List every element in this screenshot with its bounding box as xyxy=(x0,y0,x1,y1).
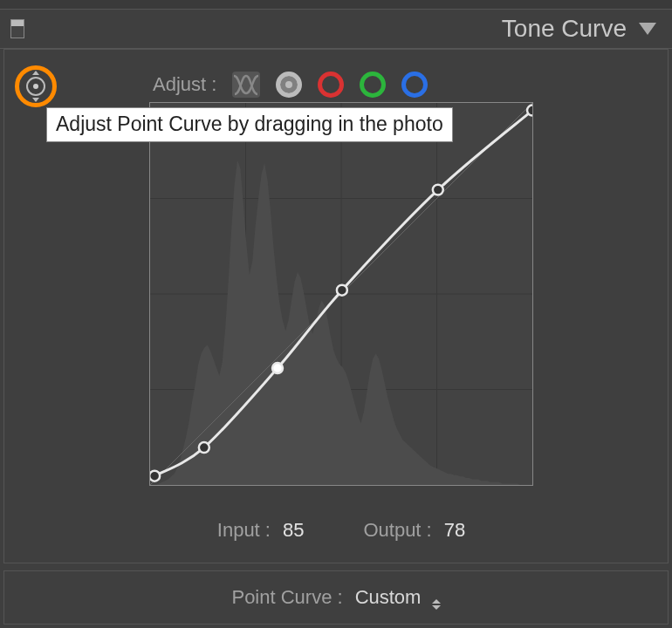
adjust-label: Adjust : xyxy=(153,73,216,96)
curve-point[interactable] xyxy=(527,106,532,116)
parametric-curve-icon[interactable] xyxy=(232,72,260,98)
channel-rgb-button[interactable] xyxy=(276,72,302,98)
tone-curve-editor[interactable] xyxy=(149,102,533,486)
targeted-adjustment-tool-button[interactable] xyxy=(15,65,57,107)
point-curve-label: Point Curve : xyxy=(231,586,342,609)
output-label: Output : xyxy=(363,519,431,542)
panel-enable-switch[interactable] xyxy=(10,19,24,38)
targeted-adjustment-tooltip: Adjust Point Curve by dragging in the ph… xyxy=(46,107,453,142)
input-value: 85 xyxy=(283,519,304,542)
channel-red-button[interactable] xyxy=(318,72,344,98)
input-label: Input : xyxy=(217,519,271,542)
tone-curve-panel-header[interactable]: Tone Curve xyxy=(0,10,672,49)
point-curve-dropdown[interactable]: Custom xyxy=(355,586,441,610)
curve-point[interactable] xyxy=(199,442,209,453)
curve-point[interactable] xyxy=(272,363,283,373)
curve-point[interactable] xyxy=(150,471,160,481)
tone-curve-panel-body: Adjust Point Curve by dragging in the ph… xyxy=(3,49,669,563)
curve-point[interactable] xyxy=(433,185,443,195)
dropdown-arrows-icon xyxy=(432,599,441,610)
channel-blue-button[interactable] xyxy=(401,72,428,98)
point-curve-footer: Point Curve : Custom xyxy=(3,570,669,625)
channel-green-button[interactable] xyxy=(360,72,386,98)
panel-title: Tone Curve xyxy=(502,15,627,43)
output-value: 78 xyxy=(444,519,465,542)
chevron-up-icon xyxy=(32,71,39,75)
collapse-triangle-icon[interactable] xyxy=(639,23,656,35)
curve-point[interactable] xyxy=(337,285,347,296)
window-top-divider xyxy=(0,0,672,10)
input-output-readout: Input : 85 Output : 78 xyxy=(149,519,533,542)
chevron-down-icon xyxy=(32,98,39,102)
